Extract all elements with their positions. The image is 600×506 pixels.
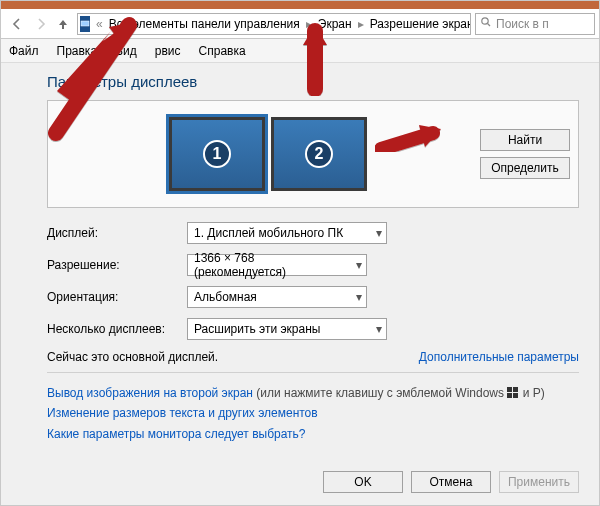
breadcrumb-bar[interactable]: « Все элементы панели управления ▸ Экран… [77,13,471,35]
text-size-link[interactable]: Изменение размеров текста и других элеме… [47,406,318,420]
breadcrumb-seg-2[interactable]: Разрешение экрана [366,14,471,34]
primary-display-text: Сейчас это основной дисплей. [47,350,218,364]
menu-help[interactable]: Справка [199,44,246,58]
back-button[interactable] [5,12,29,36]
multi-display-select[interactable]: Расширить эти экраны [187,318,387,340]
svg-point-1 [482,18,488,24]
cancel-button[interactable]: Отмена [411,471,491,493]
svg-rect-3 [507,387,512,392]
control-panel-icon [80,16,90,32]
svg-line-2 [488,24,491,27]
divider [47,372,579,373]
monitor-preview[interactable]: 1 2 [56,117,480,191]
menu-tools[interactable]: рвис [155,44,181,58]
forward-button[interactable] [29,12,53,36]
identify-button[interactable]: Определить [480,157,570,179]
resolution-select[interactable]: 1366 × 768 (рекомендуется) [187,254,367,276]
svg-rect-5 [507,393,512,398]
titlebar [1,1,599,9]
page-title: Параметры дисплеев [47,73,579,90]
menu-bar: Файл Правка Вид рвис Справка [1,39,599,63]
display-2-number: 2 [305,140,333,168]
overflow-chevron[interactable]: « [94,17,105,31]
menu-edit[interactable]: Правка [57,44,98,58]
info-block: Вывод изображения на второй экран (или н… [47,383,579,444]
display-1-number: 1 [203,140,231,168]
ok-button[interactable]: OK [323,471,403,493]
address-bar: « Все элементы панели управления ▸ Экран… [1,9,599,39]
search-placeholder: Поиск в п [496,17,549,31]
chevron-right-icon: ▸ [356,17,366,31]
chevron-right-icon: ▸ [304,17,314,31]
apply-button[interactable]: Применить [499,471,579,493]
search-input[interactable]: Поиск в п [475,13,595,35]
menu-view[interactable]: Вид [115,44,137,58]
up-button[interactable] [53,12,73,36]
static-text: (или нажмите клавишу с эмблемой Windows [253,386,507,400]
orientation-label: Ориентация: [47,290,187,304]
svg-rect-0 [81,21,89,26]
svg-rect-6 [513,393,518,398]
breadcrumb-seg-0[interactable]: Все элементы панели управления [105,14,304,34]
find-button[interactable]: Найти [480,129,570,151]
orientation-select[interactable]: Альбомная [187,286,367,308]
content-area: Параметры дисплеев 1 2 Найти Определить … [47,73,579,505]
windows-logo-icon [507,385,519,397]
display-2[interactable]: 2 [271,117,367,191]
resolution-label: Разрешение: [47,258,187,272]
svg-rect-4 [513,387,518,392]
breadcrumb-seg-1[interactable]: Экран [314,14,356,34]
monitor-preview-panel: 1 2 Найти Определить [47,100,579,208]
menu-file[interactable]: Файл [9,44,39,58]
display-1[interactable]: 1 [169,117,265,191]
display-label: Дисплей: [47,226,187,240]
which-params-link[interactable]: Какие параметры монитора следует выбрать… [47,427,306,441]
search-icon [480,16,492,31]
advanced-settings-link[interactable]: Дополнительные параметры [419,350,579,364]
multi-display-label: Несколько дисплеев: [47,322,187,336]
second-screen-link[interactable]: Вывод изображения на второй экран [47,386,253,400]
dialog-buttons: OK Отмена Применить [323,471,579,493]
display-select[interactable]: 1. Дисплей мобильного ПК [187,222,387,244]
